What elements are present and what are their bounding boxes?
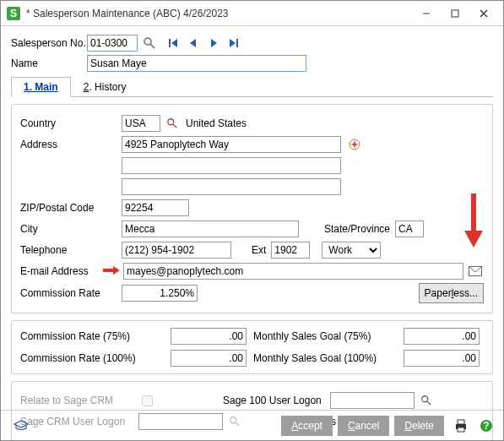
svg-point-6 [144, 38, 151, 45]
salesperson-no-label: Salesperson No. [11, 37, 87, 49]
commission-input[interactable] [122, 285, 198, 302]
sage100-logon-label: Sage 100 User Logon [223, 395, 322, 406]
maximize-button[interactable] [441, 3, 469, 24]
cr75-input[interactable] [171, 328, 247, 345]
address2-input[interactable] [122, 157, 341, 174]
delete-button[interactable]: Delete [394, 416, 444, 436]
commission-label: Commission Rate [20, 287, 122, 299]
cr100-input[interactable] [171, 350, 247, 367]
svg-rect-8 [169, 39, 171, 47]
email-icon[interactable] [467, 263, 484, 280]
nav-last-icon[interactable] [225, 35, 242, 52]
svg-rect-13 [236, 39, 238, 47]
svg-rect-3 [452, 10, 458, 17]
svg-rect-29 [458, 420, 464, 424]
paperless-button[interactable]: Paperless... [419, 283, 484, 303]
email-input[interactable] [123, 263, 463, 280]
zip-label: ZIP/Postal Code [20, 202, 122, 214]
svg-text:?: ? [483, 420, 489, 432]
tab-main-label: 1. Main [24, 81, 58, 93]
zip-input[interactable] [122, 199, 189, 216]
titlebar: S * Salesperson Maintenance (ABC) 4/26/2… [1, 1, 503, 26]
pointer-arrow-icon [103, 265, 120, 277]
footer: Accept Cancel Delete ? [1, 410, 503, 440]
phone-type-select[interactable]: Work [322, 242, 381, 259]
cancel-button[interactable]: Cancel [338, 416, 389, 436]
address-label: Address [20, 139, 122, 150]
name-label: Name [11, 57, 87, 69]
nav-first-icon[interactable] [165, 35, 182, 52]
msg75-label: Monthly Sales Goal (75%) [253, 330, 397, 342]
svg-rect-30 [458, 427, 464, 432]
svg-marker-19 [113, 266, 120, 275]
svg-marker-10 [190, 39, 196, 47]
address3-input[interactable] [122, 178, 341, 195]
city-input[interactable] [122, 220, 299, 237]
window-title: * Salesperson Maintenance (ABC) 4/26/202… [26, 8, 412, 19]
sage100-logon-lookup-icon[interactable] [418, 392, 435, 409]
relate-crm-checkbox [142, 395, 153, 406]
state-label: State/Province [324, 223, 390, 235]
cr100-label: Commission Rate (100%) [20, 352, 164, 364]
goals-panel: Commission Rate (75%) Monthly Sales Goal… [11, 320, 493, 374]
svg-point-21 [422, 396, 428, 402]
help-icon[interactable]: ? [478, 417, 495, 434]
nav-prev-icon[interactable] [185, 35, 202, 52]
telephone-label: Telephone [20, 244, 122, 256]
lookup-icon[interactable] [141, 35, 158, 52]
print-icon[interactable] [453, 417, 469, 434]
svg-marker-9 [171, 39, 177, 47]
svg-text:S: S [10, 8, 17, 19]
address1-input[interactable] [122, 136, 341, 153]
tab-bar: 1. Main 2. History [11, 77, 493, 97]
msg75-input[interactable] [404, 328, 480, 345]
msg100-label: Monthly Sales Goal (100%) [253, 352, 397, 364]
cr75-label: Commission Rate (75%) [20, 330, 164, 342]
education-icon[interactable] [13, 417, 30, 434]
close-button[interactable] [469, 3, 498, 24]
country-input[interactable] [122, 115, 160, 132]
map-icon[interactable] [346, 136, 363, 153]
ext-input[interactable] [271, 242, 310, 259]
nav-next-icon[interactable] [205, 35, 222, 52]
tab-main[interactable]: 1. Main [11, 77, 71, 97]
svg-line-7 [150, 44, 154, 48]
relate-crm-label: Relate to Sage CRM [20, 395, 138, 406]
country-lookup-icon[interactable] [164, 115, 181, 132]
sage100-logon-input[interactable] [330, 392, 415, 409]
svg-point-14 [168, 119, 174, 125]
svg-marker-12 [230, 39, 236, 47]
ext-label: Ext [252, 244, 266, 256]
svg-line-22 [427, 401, 431, 405]
svg-rect-18 [103, 269, 113, 272]
tab-history[interactable]: 2. History [71, 77, 139, 97]
country-name: United States [186, 117, 247, 129]
app-icon: S [6, 6, 21, 21]
salesperson-no-input[interactable] [87, 35, 138, 52]
state-input[interactable] [395, 220, 424, 237]
minimize-button[interactable] [412, 3, 441, 24]
svg-line-15 [173, 124, 176, 128]
email-label: E-mail Address [20, 265, 101, 277]
country-label: Country [20, 117, 122, 129]
name-input[interactable] [87, 55, 306, 72]
accept-button[interactable]: Accept [281, 416, 333, 436]
svg-marker-11 [211, 39, 217, 47]
main-panel: Country United States Address ZIP/Postal… [11, 104, 493, 313]
telephone-input[interactable] [122, 242, 231, 259]
city-label: City [20, 223, 122, 235]
msg100-input[interactable] [404, 350, 480, 367]
